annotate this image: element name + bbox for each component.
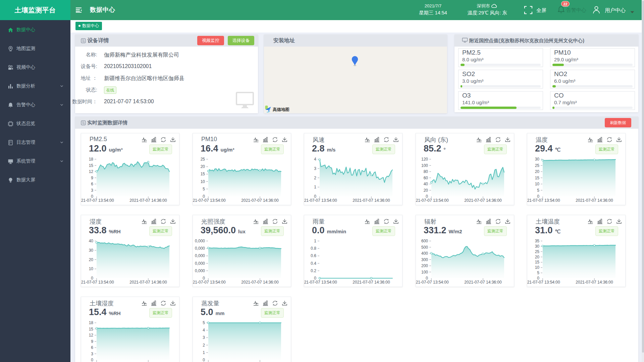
svg-text:2021-07-07 13:54:00: 2021-07-07 13:54:00 [416, 198, 449, 203]
svg-text:5: 5 [203, 187, 205, 191]
svg-text:12: 12 [89, 333, 94, 338]
svg-text:2021-07-07 14:36:00: 2021-07-07 14:36:00 [464, 280, 502, 285]
svg-text:10: 10 [535, 265, 540, 270]
svg-text:2021-07-07 13:54:00: 2021-07-07 13:54:00 [416, 280, 449, 285]
svg-text:2: 2 [203, 343, 205, 348]
svg-text:0,000: 0,000 [195, 239, 205, 243]
svg-text:10: 10 [201, 179, 205, 184]
svg-text:35: 35 [535, 239, 540, 243]
svg-text:2: 2 [314, 176, 316, 180]
svg-text:0,000: 0,000 [195, 261, 205, 266]
svg-text:2021-07-07 14:36:00: 2021-07-07 14:36:00 [241, 280, 279, 285]
svg-text:18: 18 [89, 157, 94, 162]
svg-text:2021-07-07 13:54:00: 2021-07-07 13:54:00 [527, 280, 560, 285]
svg-text:1: 1 [203, 350, 205, 355]
svg-text:0.8: 0.8 [311, 246, 316, 251]
svg-text:25: 25 [535, 163, 540, 168]
svg-text:3: 3 [314, 166, 316, 171]
svg-text:30: 30 [535, 244, 540, 249]
svg-text:300: 300 [421, 257, 428, 262]
svg-text:0,000: 0,000 [195, 253, 205, 258]
svg-text:40: 40 [89, 239, 94, 243]
svg-text:30: 30 [535, 157, 540, 162]
svg-text:10: 10 [89, 266, 94, 271]
svg-text:5: 5 [537, 270, 539, 275]
svg-text:2021-07-07 14:36:00: 2021-07-07 14:36:00 [353, 198, 390, 203]
svg-text:60: 60 [424, 176, 428, 180]
svg-text:80: 80 [424, 169, 428, 174]
svg-text:120: 120 [421, 157, 428, 162]
svg-text:5: 5 [537, 188, 539, 193]
svg-text:500: 500 [421, 245, 428, 250]
svg-text:1: 1 [314, 239, 316, 243]
svg-text:15: 15 [535, 260, 540, 264]
svg-text:2021-07-07 13:54:00: 2021-07-07 13:54:00 [193, 280, 226, 285]
svg-text:3: 3 [91, 188, 93, 193]
svg-text:2021-07-07 14:36:00: 2021-07-07 14:36:00 [241, 198, 279, 203]
svg-text:2021-07-07 13:54:00: 2021-07-07 13:54:00 [304, 280, 337, 285]
svg-text:3: 3 [203, 335, 205, 340]
svg-text:30: 30 [89, 248, 94, 253]
svg-text:2021-07-07 14:36:00: 2021-07-07 14:36:00 [576, 280, 613, 285]
svg-text:4: 4 [203, 328, 205, 333]
svg-text:200: 200 [421, 263, 428, 268]
svg-text:4: 4 [314, 157, 316, 162]
svg-text:40: 40 [424, 182, 428, 186]
svg-text:1: 1 [314, 185, 316, 189]
svg-text:20: 20 [89, 257, 94, 262]
svg-text:100: 100 [421, 270, 428, 275]
svg-text:15: 15 [201, 172, 205, 176]
svg-text:2021-07-07 14:36:00: 2021-07-07 14:36:00 [576, 198, 613, 203]
svg-text:3: 3 [91, 352, 93, 356]
svg-text:25: 25 [201, 157, 205, 162]
svg-text:6: 6 [91, 345, 93, 350]
svg-text:18: 18 [89, 320, 94, 325]
svg-text:2021-07-07 13:54:00: 2021-07-07 13:54:00 [193, 198, 226, 203]
svg-text:20: 20 [201, 164, 205, 169]
svg-text:9: 9 [91, 176, 93, 180]
svg-text:10: 10 [535, 182, 540, 186]
svg-text:0.2: 0.2 [311, 268, 316, 273]
svg-text:600: 600 [421, 239, 428, 243]
svg-text:20: 20 [535, 169, 540, 174]
svg-text:6: 6 [91, 182, 93, 186]
svg-text:100: 100 [421, 163, 428, 168]
svg-text:2021-07-07 13:54:00: 2021-07-07 13:54:00 [527, 198, 560, 203]
svg-text:0,000: 0,000 [195, 246, 205, 251]
svg-text:20: 20 [424, 188, 428, 193]
svg-text:25: 25 [535, 249, 540, 254]
svg-text:0.4: 0.4 [311, 261, 316, 266]
svg-text:20: 20 [535, 255, 540, 259]
svg-text:2021-07-07 13:54:00: 2021-07-07 13:54:00 [81, 198, 114, 203]
svg-text:15: 15 [89, 163, 94, 168]
svg-text:2021-07-07 13:54:00: 2021-07-07 13:54:00 [304, 198, 337, 203]
svg-text:2021-07-07 13:54:00: 2021-07-07 13:54:00 [81, 280, 114, 285]
svg-text:2021-07-07 14:36:00: 2021-07-07 14:36:00 [464, 198, 502, 203]
svg-text:5: 5 [203, 320, 205, 325]
svg-text:15: 15 [89, 327, 94, 331]
svg-text:15: 15 [535, 176, 540, 180]
svg-text:0,000: 0,000 [195, 268, 205, 273]
svg-text:2021-07-07 14:36:00: 2021-07-07 14:36:00 [129, 280, 167, 285]
svg-text:2021-07-07 14:36:00: 2021-07-07 14:36:00 [129, 198, 167, 203]
svg-text:400: 400 [421, 251, 428, 256]
svg-text:12: 12 [89, 169, 94, 174]
svg-text:0.6: 0.6 [311, 253, 316, 258]
svg-text:2021-07-07 14:36:00: 2021-07-07 14:36:00 [353, 280, 390, 285]
svg-text:9: 9 [91, 339, 93, 344]
